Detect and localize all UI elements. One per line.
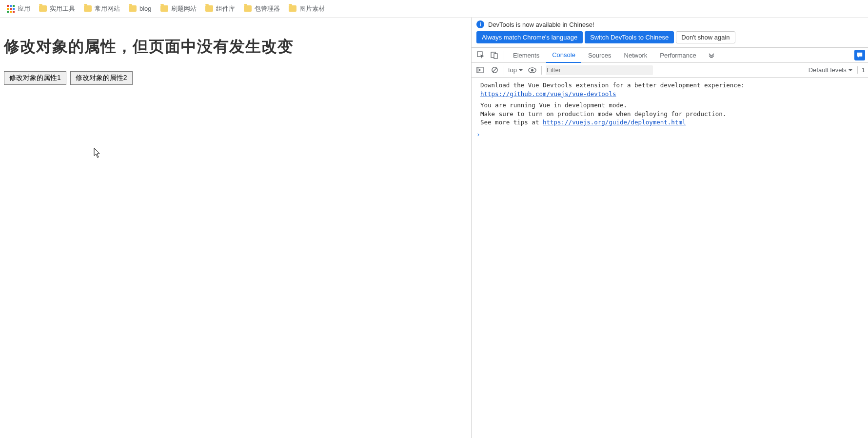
apps-button[interactable]: 应用	[7, 4, 30, 13]
devtools-tabstrip: Elements Console Sources Network Perform…	[472, 47, 868, 63]
apps-label: 应用	[18, 4, 30, 13]
separator	[504, 66, 504, 75]
console-link[interactable]: https://github.com/vuejs/vue-devtools	[480, 90, 616, 98]
folder-icon	[84, 5, 92, 12]
console-text: Download the Vue Devtools extension for …	[480, 81, 745, 89]
tab-console[interactable]: Console	[546, 47, 581, 63]
bookmark-folder[interactable]: 图片素材	[289, 4, 325, 13]
tab-performance[interactable]: Performance	[654, 47, 702, 63]
modify-prop-2-button[interactable]: 修改对象的属性2	[70, 71, 133, 85]
tab-network[interactable]: Network	[618, 47, 653, 63]
info-icon: i	[476, 20, 484, 28]
page-title: 修改对象的属性，但页面中没有发生改变	[4, 36, 467, 58]
mouse-cursor-icon	[94, 148, 100, 158]
modify-prop-1-button[interactable]: 修改对象的属性1	[4, 71, 66, 85]
bookmark-folder[interactable]: 包管理器	[244, 4, 280, 13]
console-text: See more tips at	[480, 119, 543, 126]
bookmark-folder[interactable]: blog	[129, 5, 152, 12]
more-tabs-icon[interactable]	[705, 49, 718, 61]
feedback-icon[interactable]	[854, 50, 865, 60]
bookmark-label: 实用工具	[50, 4, 75, 13]
levels-label: Default levels	[809, 66, 847, 74]
bookmark-folder[interactable]: 组件库	[205, 4, 235, 13]
context-label: top	[508, 66, 517, 74]
language-banner: i DevTools is now available in Chinese!	[472, 18, 868, 31]
page-content: 修改对象的属性，但页面中没有发生改变 修改对象的属性1 修改对象的属性2	[0, 18, 471, 438]
separator	[541, 66, 542, 75]
bookmark-label: 包管理器	[255, 4, 280, 13]
console-toolbar: top Default levels 1	[472, 63, 868, 78]
apps-icon	[7, 5, 15, 13]
svg-rect-2	[494, 54, 497, 59]
bookmark-label: blog	[139, 5, 152, 12]
tab-elements[interactable]: Elements	[507, 47, 545, 63]
bookmark-label: 刷题网站	[171, 4, 197, 13]
chevron-down-icon	[519, 68, 523, 72]
folder-icon	[244, 5, 252, 12]
console-output: Download the Vue Devtools extension for …	[472, 78, 868, 438]
banner-actions: Always match Chrome's language Switch De…	[472, 31, 868, 47]
inspect-element-icon[interactable]	[474, 49, 487, 61]
svg-line-6	[493, 68, 496, 72]
svg-rect-4	[476, 67, 479, 73]
devtools-panel: i DevTools is now available in Chinese! …	[471, 18, 868, 438]
clear-console-icon[interactable]	[489, 65, 500, 76]
device-toolbar-icon[interactable]	[488, 49, 501, 61]
filter-input[interactable]	[546, 65, 653, 75]
folder-icon	[39, 5, 47, 12]
bookmarks-bar: 应用 实用工具 常用网站 blog 刷题网站 组件库 包管理器 图片素材	[0, 0, 868, 18]
dont-show-again-button[interactable]: Don't show again	[676, 31, 735, 43]
separator	[504, 51, 504, 60]
console-link[interactable]: https://vuejs.org/guide/deployment.html	[543, 119, 686, 126]
chevron-down-icon	[848, 68, 852, 72]
bookmark-folder[interactable]: 常用网站	[84, 4, 120, 13]
bookmark-folder[interactable]: 实用工具	[39, 4, 75, 13]
log-levels-select[interactable]: Default levels	[809, 66, 852, 74]
console-prompt[interactable]: ›	[475, 128, 864, 141]
live-expression-icon[interactable]	[527, 65, 537, 76]
svg-point-8	[531, 69, 533, 71]
console-message: You are running Vue in development mode.…	[475, 100, 864, 128]
console-text: You are running Vue in development mode.	[480, 101, 627, 109]
bookmark-folder[interactable]: 刷题网站	[160, 4, 197, 13]
folder-icon	[129, 5, 137, 12]
hidden-messages-count[interactable]: 1	[857, 66, 865, 74]
banner-text: DevTools is now available in Chinese!	[488, 21, 594, 28]
bookmark-label: 组件库	[216, 4, 235, 13]
execution-context-select[interactable]: top	[508, 66, 523, 74]
bookmark-label: 图片素材	[299, 4, 325, 13]
tab-sources[interactable]: Sources	[582, 47, 617, 63]
always-match-language-button[interactable]: Always match Chrome's language	[476, 31, 583, 43]
console-sidebar-toggle-icon[interactable]	[474, 65, 485, 76]
console-text: Make sure to turn on production mode whe…	[480, 110, 726, 118]
folder-icon	[205, 5, 213, 12]
folder-icon	[160, 5, 168, 12]
console-message: Download the Vue Devtools extension for …	[475, 80, 864, 100]
switch-to-chinese-button[interactable]: Switch DevTools to Chinese	[585, 31, 674, 43]
folder-icon	[289, 5, 296, 12]
button-row: 修改对象的属性1 修改对象的属性2	[4, 71, 467, 85]
bookmark-label: 常用网站	[95, 4, 120, 13]
